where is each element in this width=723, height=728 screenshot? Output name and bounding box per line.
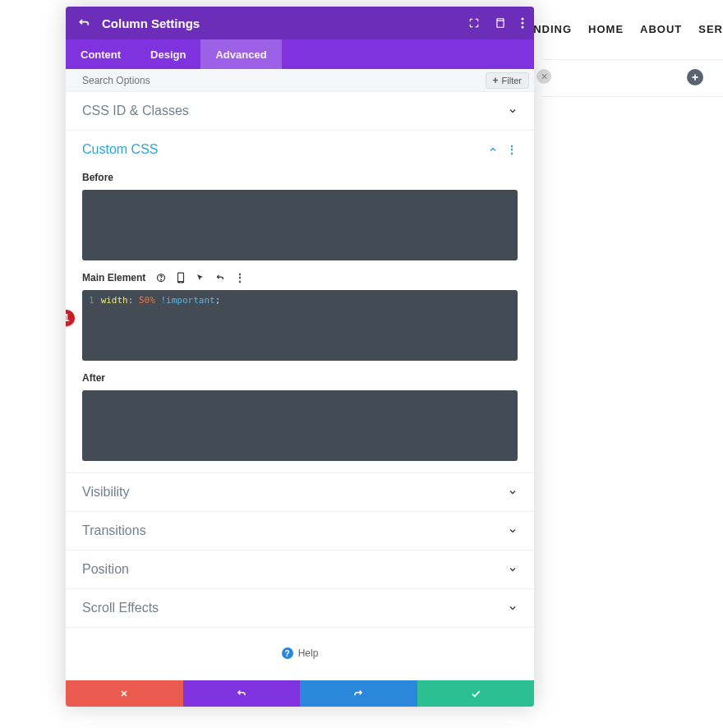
chevron-down-icon (508, 106, 518, 116)
panel-body: CSS ID & Classes Custom CSS ⋮ Before Mai… (66, 92, 534, 680)
chevron-up-icon (488, 145, 498, 154)
help-icon[interactable] (155, 272, 167, 283)
section-position-header[interactable]: Position (66, 551, 534, 588)
panel-footer (66, 680, 534, 707)
code-value: 50 (139, 295, 150, 306)
undo-icon[interactable] (214, 272, 226, 283)
undo-button[interactable] (183, 680, 301, 707)
section-visibility-label: Visibility (82, 485, 508, 500)
main-element-code-input[interactable]: 1width: 50% !important; (82, 290, 518, 361)
phone-icon[interactable] (175, 272, 187, 283)
main-element-row: Main Element ⋮ (82, 272, 518, 283)
search-input[interactable] (82, 75, 486, 86)
cancel-button[interactable] (66, 680, 183, 707)
main-element-tools: ⋮ (155, 272, 246, 283)
line-number: 1 (89, 295, 94, 306)
svg-point-4 (522, 26, 524, 29)
section-visibility: Visibility (66, 473, 534, 512)
chevron-down-icon (508, 564, 518, 574)
search-bar: + Filter (66, 69, 534, 92)
filter-label: Filter (502, 76, 522, 85)
help-link[interactable]: ? Help (66, 628, 534, 666)
section-custom-css: Custom CSS ⋮ Before Main Element ⋮ (66, 131, 534, 473)
section-css-id-label: CSS ID & Classes (82, 104, 508, 118)
section-scroll-effects-label: Scroll Effects (82, 601, 508, 615)
gear-icon[interactable]: ✕ (536, 69, 551, 84)
settings-panel: 1 Column Settings Content Design Advance… (66, 7, 534, 707)
chevron-down-icon (508, 487, 518, 497)
svg-rect-0 (497, 19, 504, 28)
tab-content[interactable]: Content (66, 39, 136, 69)
after-label: After (82, 372, 518, 384)
section-custom-css-label: Custom CSS (82, 142, 488, 157)
nav-item-about[interactable]: ABOUT (640, 23, 682, 35)
code-colon: : (128, 295, 134, 306)
plus-icon: + (493, 76, 499, 85)
svg-point-3 (522, 22, 524, 25)
section-visibility-header[interactable]: Visibility (66, 473, 534, 511)
section-css-id-header[interactable]: CSS ID & Classes (66, 92, 534, 130)
after-code-input[interactable] (82, 390, 518, 461)
help-label: Help (298, 647, 319, 659)
filter-button[interactable]: + Filter (486, 72, 529, 89)
section-transitions-label: Transitions (82, 523, 508, 538)
add-section-button[interactable]: + (687, 69, 703, 85)
section-scroll-effects-header[interactable]: Scroll Effects (66, 589, 534, 627)
chevron-down-icon (508, 526, 518, 536)
expand-icon[interactable] (468, 17, 480, 29)
section-position: Position (66, 551, 534, 589)
more-icon[interactable] (521, 17, 524, 29)
nav-item-services[interactable]: SER (698, 23, 723, 35)
before-code-input[interactable] (82, 190, 518, 260)
section-position-label: Position (82, 562, 508, 577)
section-custom-css-header[interactable]: Custom CSS ⋮ (66, 131, 534, 168)
custom-css-content: Before Main Element ⋮ 1width: 50% !impor… (66, 172, 534, 472)
tab-design[interactable]: Design (136, 39, 200, 69)
field-more-icon[interactable]: ⋮ (234, 272, 246, 283)
code-semi: ; (215, 295, 221, 306)
save-button[interactable] (417, 680, 535, 707)
panel-header: Column Settings (66, 7, 534, 39)
section-css-id: CSS ID & Classes (66, 92, 534, 131)
svg-point-6 (161, 279, 162, 280)
code-important: !important (161, 295, 215, 306)
section-more-icon[interactable]: ⋮ (506, 143, 518, 156)
code-unit: % (150, 295, 155, 306)
top-nav: LANDING HOME ABOUT SER (518, 23, 723, 35)
chevron-down-icon (508, 603, 518, 613)
svg-rect-8 (178, 274, 183, 281)
redo-button[interactable] (300, 680, 417, 707)
before-label: Before (82, 172, 518, 183)
tab-advanced[interactable]: Advanced (200, 39, 281, 69)
svg-point-2 (522, 18, 524, 21)
panel-title: Column Settings (102, 16, 468, 30)
panel-tabs: Content Design Advanced (66, 39, 534, 69)
nav-item-home[interactable]: HOME (588, 23, 624, 35)
svg-point-9 (181, 282, 182, 283)
back-button[interactable] (77, 16, 90, 30)
code-prop: width (101, 295, 128, 306)
section-scroll-effects: Scroll Effects (66, 589, 534, 628)
hover-icon[interactable] (195, 272, 206, 283)
section-transitions: Transitions (66, 512, 534, 551)
main-element-label: Main Element (82, 272, 145, 283)
section-transitions-header[interactable]: Transitions (66, 512, 534, 550)
responsive-icon[interactable] (495, 17, 506, 29)
help-badge-icon: ? (282, 647, 293, 659)
